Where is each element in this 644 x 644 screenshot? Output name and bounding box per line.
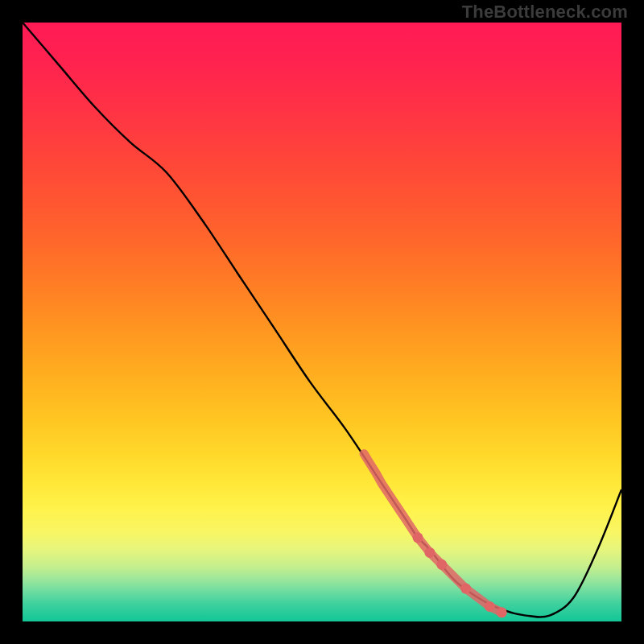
highlight-dot xyxy=(436,559,447,570)
chart-frame xyxy=(23,23,621,621)
highlight-dot xyxy=(485,601,495,612)
highlight-dot xyxy=(460,584,471,594)
chart-svg xyxy=(23,23,621,621)
highlight-dot xyxy=(424,547,435,558)
watermark-text: TheBottleneck.com xyxy=(462,2,628,23)
gradient-background xyxy=(23,23,621,621)
highlight-dot xyxy=(413,532,423,543)
highlight-dot xyxy=(497,607,507,617)
